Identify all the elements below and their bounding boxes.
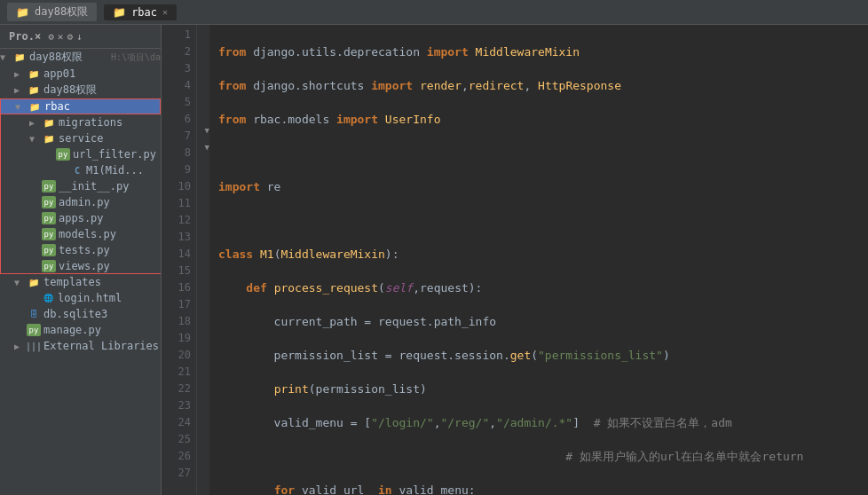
tree-item-day88sub[interactable]: 📁 day88权限	[0, 82, 161, 98]
py-icon-apps: py	[42, 212, 56, 224]
label-ext-libs: External Libraries	[43, 340, 161, 352]
code-line-7: class M1(MiddlewareMixin):	[218, 246, 868, 263]
folder-icon-day88sub: 📁	[27, 84, 41, 97]
code-line-12: valid_menu = ["/login/","/reg/","/admin/…	[218, 414, 868, 431]
code-line-5: import re	[218, 178, 868, 195]
label-templates: templates	[43, 276, 161, 288]
code-line-8: def process_request(self,request):	[218, 279, 868, 296]
arrow-migrations	[29, 118, 42, 128]
label-init: __init__.py	[59, 180, 161, 192]
arrow-day88sub	[14, 85, 27, 95]
label-admin: admin.py	[59, 196, 161, 208]
tree-item-day88[interactable]: 📁 day88权限 H:\项目\da	[0, 49, 161, 66]
folder-icon-tab1: 📁	[16, 6, 29, 19]
path-day88: H:\项目\da	[111, 51, 161, 64]
project-label: Pro.×	[5, 28, 44, 44]
label-db: db.sqlite3	[43, 308, 161, 320]
label-apps: apps.py	[59, 212, 161, 224]
close-icon[interactable]: ✕	[162, 7, 168, 17]
label-login: login.html	[58, 292, 161, 304]
code-line-1: from django.utils.deprecation import Mid…	[218, 43, 868, 60]
ext-libs-icon: |||	[27, 340, 41, 352]
folder-icon-tab2: 📁	[113, 6, 126, 19]
label-url-filter: url_filter.py	[73, 148, 161, 161]
tree-item-tests[interactable]: py tests.py	[0, 242, 161, 258]
arrow-app01	[14, 69, 27, 79]
tree-item-m1[interactable]: C M1(Mid...	[0, 162, 161, 178]
label-tests: tests.py	[59, 244, 161, 256]
sidebar-toolbar: Pro.× ⚙ ✕ ⚙ ↓	[0, 25, 161, 49]
folder-icon-templates: 📁	[27, 276, 41, 288]
tree-item-app01[interactable]: 📁 app01	[0, 66, 161, 82]
py-icon-models: py	[42, 228, 56, 240]
fold-arrow-class[interactable]: ▼	[205, 126, 209, 135]
class-icon-m1: C	[70, 164, 84, 177]
tree-item-db[interactable]: 🗄 db.sqlite3	[0, 306, 161, 322]
code-area: 1234 5678 9101112 13141516 17181920 2122…	[162, 25, 868, 495]
py-icon-tests: py	[42, 244, 56, 256]
tree-item-ext-libs[interactable]: ||| External Libraries	[0, 338, 161, 354]
code-line-11: print(permission_list)	[218, 381, 868, 397]
label-migrations: migrations	[59, 116, 161, 129]
folder-icon-rbac: 📁	[28, 100, 42, 113]
line-numbers: 1234 5678 9101112 13141516 17181920 2122…	[162, 25, 197, 495]
folder-icon-service: 📁	[42, 132, 56, 145]
top-bar: 📁 day88权限 📁 rbac ✕	[0, 0, 868, 25]
arrow-day88	[0, 52, 12, 62]
code-content[interactable]: from django.utils.deprecation import Mid…	[209, 25, 868, 495]
config-icon[interactable]: ⚙	[67, 31, 73, 43]
arrow-service	[29, 134, 42, 144]
tree-item-migrations[interactable]: 📁 migrations	[0, 114, 161, 130]
arrow-ext-libs	[14, 342, 27, 351]
py-icon-init: py	[42, 180, 56, 192]
folder-icon-migrations: 📁	[42, 116, 56, 129]
tab-rbac-label: rbac	[131, 6, 157, 19]
label-models: models.py	[59, 228, 161, 240]
code-line-9: current_path = request.path_info	[218, 313, 868, 330]
tree-item-url-filter[interactable]: py url_filter.py	[0, 146, 161, 162]
download-icon[interactable]: ↓	[76, 31, 83, 43]
tree-item-init[interactable]: py __init__.py	[0, 178, 161, 194]
tab-rbac[interactable]: 📁 rbac ✕	[104, 4, 177, 20]
tree-item-rbac[interactable]: 📁 rbac	[0, 98, 161, 114]
py-icon-admin: py	[42, 196, 56, 208]
fold-arrow-method[interactable]: ▼	[205, 143, 209, 152]
label-app01: app01	[43, 67, 161, 80]
fold-gutter: ▼ ▼	[197, 25, 209, 495]
code-line-13: # 如果用户输入的url在白名单中就会return	[218, 448, 868, 465]
html-icon-login: 🌐	[41, 292, 55, 304]
code-line-2: from django.shortcuts import render,redi…	[218, 77, 868, 94]
arrow-templates	[14, 278, 27, 287]
py-icon-views: py	[42, 260, 56, 272]
db-icon: 🗄	[27, 308, 41, 320]
tree-item-service[interactable]: 📁 service	[0, 130, 161, 146]
code-line-3: from rbac.models import UserInfo	[218, 111, 868, 128]
main-layout: Pro.× ⚙ ✕ ⚙ ↓ 📁 day88权限 H:\项目\da 📁 app01	[0, 25, 868, 495]
py-icon-manage: py	[27, 324, 41, 336]
code-line-10: permission_list = request.session.get("p…	[218, 347, 868, 364]
tree-item-login[interactable]: 🌐 login.html	[0, 290, 161, 306]
tree-item-apps[interactable]: py apps.py	[0, 210, 161, 226]
settings-icon[interactable]: ✕	[58, 31, 64, 43]
arrow-rbac	[15, 102, 28, 112]
label-m1: M1(Mid...	[86, 164, 161, 177]
sidebar: Pro.× ⚙ ✕ ⚙ ↓ 📁 day88权限 H:\项目\da 📁 app01	[0, 25, 162, 495]
label-day88sub: day88权限	[43, 82, 161, 98]
tree-item-manage[interactable]: py manage.py	[0, 322, 161, 338]
tree-item-models[interactable]: py models.py	[0, 226, 161, 242]
tree-item-templates[interactable]: 📁 templates	[0, 274, 161, 290]
label-views: views.py	[59, 260, 161, 272]
code-line-4	[218, 145, 868, 161]
gear-icon[interactable]: ⚙	[48, 31, 54, 43]
label-rbac: rbac	[44, 100, 160, 113]
tab-day88[interactable]: 📁 day88权限	[7, 3, 97, 21]
folder-icon-app01: 📁	[27, 67, 41, 80]
code-line-14: for valid_url in valid_menu:	[218, 482, 868, 495]
tree-item-admin[interactable]: py admin.py	[0, 194, 161, 210]
code-line-6	[218, 212, 868, 229]
folder-icon-day88: 📁	[12, 51, 27, 64]
label-day88: day88权限	[29, 50, 109, 65]
tree-item-views[interactable]: py views.py	[0, 258, 161, 274]
py-icon-url-filter: py	[56, 148, 70, 161]
label-manage: manage.py	[43, 324, 161, 336]
